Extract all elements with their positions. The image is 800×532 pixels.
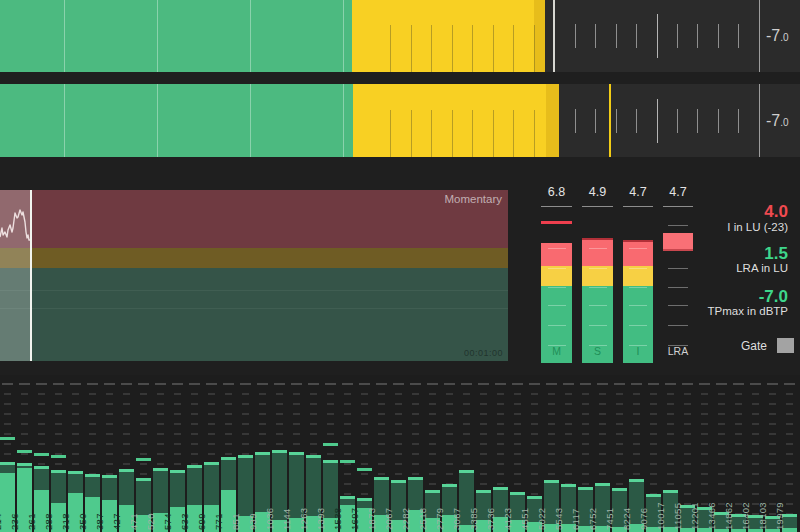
spectrum-grid-dash — [444, 383, 455, 385]
spectrum-freq-label: 4123 — [502, 508, 513, 530]
meter-scale-tick — [629, 305, 647, 306]
scale-tick — [595, 24, 596, 48]
meter-fill-green — [0, 84, 353, 157]
spectrum-bar-cap — [136, 478, 151, 481]
meter-fill-green — [0, 0, 352, 72]
spectrum-freq-label: 14862 — [723, 502, 734, 530]
spectrum-freq-label: 4551 — [519, 508, 530, 530]
spectrum-bar-cap — [459, 470, 474, 473]
spectrum-peak-marker — [51, 455, 66, 458]
scale-readout-decimal: .0 — [780, 117, 788, 128]
meter-value-s: 4.9 — [574, 185, 621, 199]
gate-checkbox[interactable] — [777, 338, 794, 353]
meter-scale-tick — [589, 287, 607, 288]
scale-tick — [738, 109, 739, 133]
spectrum-bar-cap — [561, 484, 576, 487]
bar-scale-tick — [472, 25, 473, 72]
graph-time-label: 00:01:00 — [464, 348, 503, 358]
bar-scale-tick — [452, 25, 453, 72]
meter-scale-tick — [629, 287, 647, 288]
spectrum-freq-label: 2282 — [400, 508, 411, 530]
spectrum-grid-dash — [767, 383, 778, 385]
spectrum-freq-label: 633 — [179, 513, 190, 530]
meter-value-m: 6.8 — [533, 185, 580, 199]
bar-scale-tick — [493, 25, 494, 72]
spectrum-grid-dash — [189, 383, 200, 385]
stat-tpmax-value: -7.0 — [759, 287, 788, 307]
scale-tick — [575, 24, 576, 48]
spectrum-bar-cap — [425, 490, 440, 493]
spectrum-grid-dash — [512, 383, 523, 385]
spectrum-grid-dash — [682, 383, 693, 385]
spectrum-bar-cap — [391, 480, 406, 483]
scale-tick — [616, 109, 617, 133]
loudness-bar-momentary: -7.0 — [0, 0, 800, 72]
meter-scale-tick — [548, 305, 566, 306]
scale-tick — [595, 109, 596, 133]
spectrum-grid-dash — [172, 383, 183, 385]
spectrum-freq-label: 1036 — [264, 508, 275, 530]
spectrum-grid-dash — [495, 383, 506, 385]
bar-scale-tick — [534, 25, 535, 72]
loudness-bar-shortterm: -7.0 — [0, 84, 800, 157]
spectrum-freq-label: 1263 — [298, 508, 309, 530]
spectrum-peak-marker — [34, 453, 49, 456]
scale-readout-decimal: .0 — [780, 32, 788, 43]
scale-tick — [616, 24, 617, 48]
bar-scale-tick — [390, 110, 391, 157]
bar-scale-tick — [431, 25, 432, 72]
meter-scale-tick — [548, 268, 566, 269]
spectrum-grid-dash — [614, 383, 625, 385]
meter-red-segment — [541, 243, 572, 266]
meter-yellow-segment — [582, 266, 613, 286]
spectrum-grid-dash — [784, 383, 795, 385]
scale-readout: -7.0 — [766, 112, 789, 130]
spectrum-freq-label: 12201 — [689, 502, 700, 530]
spectrum-freq-label: 10017 — [655, 502, 666, 530]
scale-tick — [677, 24, 678, 48]
spectrum-grid-dash — [155, 383, 166, 385]
bar-scale-tick — [513, 25, 514, 72]
spectrum-grid-dash — [716, 383, 727, 385]
spectrum-freq-label: 771 — [213, 513, 224, 530]
bar-scale-tick — [452, 110, 453, 157]
meter-label-s: S — [582, 345, 613, 357]
spectrum-bar-cap — [306, 455, 321, 458]
spectrum-bar-cap — [85, 474, 100, 477]
spectrum-freq-label: 574 — [162, 513, 173, 530]
spectrum-freq-label: 288 — [43, 513, 54, 530]
meter-red-segment — [623, 242, 653, 266]
meter-yellow-segment — [541, 266, 572, 286]
meter-scale-tick — [629, 268, 647, 269]
spectrum-grid-dash — [325, 383, 336, 385]
bar-scale-tick — [411, 25, 412, 72]
bar-scale-tick — [513, 110, 514, 157]
spectrum-grid-dash — [648, 383, 659, 385]
scale-tick — [738, 24, 739, 48]
scale-tick — [657, 14, 658, 58]
spectrum-bar-cap — [323, 460, 338, 463]
spectrum-freq-label: 1538 — [332, 508, 343, 530]
spectrum-freq-label: 13466 — [706, 502, 717, 530]
meter-red-segment — [582, 240, 613, 266]
meter-fill-yellow — [352, 0, 534, 72]
spectrum-grid-dash — [70, 383, 81, 385]
spectrum-bar-cap — [612, 488, 627, 491]
spectrum-bar-cap — [34, 466, 49, 469]
graph-mode-label[interactable]: Momentary — [444, 193, 502, 205]
spectrum-grid-dash — [87, 383, 98, 385]
playhead-cursor[interactable] — [30, 190, 32, 361]
bar-scale-tick — [472, 110, 473, 157]
meter-fill-yellow-edge — [534, 0, 545, 72]
spectrum-bar-cap — [17, 463, 32, 466]
scale-readout: -7.0 — [766, 27, 789, 45]
spectrum-grid-dash — [665, 383, 676, 385]
spectrum-grid-dash — [138, 383, 149, 385]
spectrum-grid-dash — [750, 383, 761, 385]
spectrum-grid-dash — [36, 383, 47, 385]
spectrum-freq-label: 1697 — [349, 508, 360, 530]
meter-value-underline — [623, 206, 653, 207]
lra-scale-dash — [668, 268, 688, 269]
spectrum-bar-cap — [68, 471, 83, 474]
spectrum-freq-label: 471 — [128, 513, 139, 530]
